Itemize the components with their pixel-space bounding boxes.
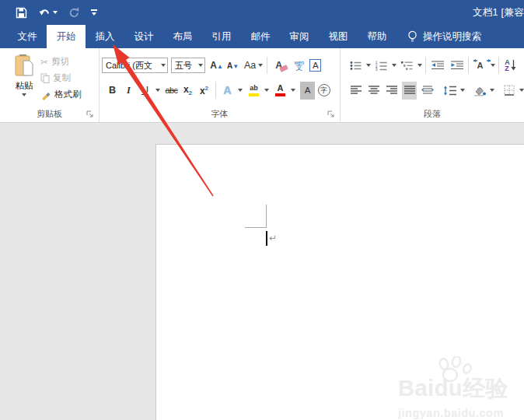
distribute-button[interactable] <box>420 82 435 100</box>
shrink-font-button[interactable]: A▼ <box>225 57 240 75</box>
save-button[interactable] <box>16 4 27 21</box>
increase-indent-button[interactable] <box>449 57 464 75</box>
distribute-icon <box>421 86 434 95</box>
grow-font-button[interactable]: A▲ <box>209 57 224 75</box>
paragraph-group-caption: 段落 <box>341 108 524 120</box>
line-spacing-icon <box>443 86 456 96</box>
enclose-characters-button[interactable]: 字 <box>316 82 331 100</box>
shading-arrow[interactable] <box>490 89 494 92</box>
paragraph-mark: ↵ <box>269 233 277 243</box>
tell-me-search[interactable]: 操作说明搜索 <box>407 25 481 48</box>
bold-button[interactable]: B <box>105 82 120 100</box>
multilevel-list-icon <box>401 61 413 71</box>
align-right-icon <box>386 86 397 95</box>
multilevel-list-button[interactable] <box>400 57 414 75</box>
cut-button: ✂ 剪切 <box>40 54 82 70</box>
scissors-icon: ✂ <box>40 57 48 68</box>
superscript-button[interactable]: x2 <box>197 82 211 100</box>
tab-home[interactable]: 开始 <box>47 25 86 48</box>
asian-layout-arrows-icon <box>473 58 491 64</box>
borders-button[interactable] <box>501 82 516 100</box>
quick-access-toolbar <box>0 4 97 21</box>
highlight-color-button[interactable]: ab <box>246 82 261 100</box>
ribbon: 粘贴 ✂ 剪切 复制 格式刷 剪贴板 <box>0 48 524 123</box>
text-effects-arrow[interactable] <box>238 89 243 92</box>
shading-button[interactable] <box>472 82 487 100</box>
copy-label: 复制 <box>53 72 71 84</box>
borders-arrow[interactable] <box>519 89 524 92</box>
format-painter-button[interactable]: 格式刷 <box>40 86 82 103</box>
change-case-button[interactable]: Aa <box>244 57 263 75</box>
tab-help[interactable]: 帮助 <box>358 25 396 48</box>
align-center-icon <box>369 86 379 95</box>
text-cursor <box>266 231 267 246</box>
underline-arrow[interactable] <box>155 89 160 92</box>
paste-button[interactable]: 粘贴 <box>8 54 40 96</box>
italic-button[interactable]: I <box>121 82 136 100</box>
clear-formatting-button[interactable]: A <box>271 57 286 75</box>
tab-view[interactable]: 视图 <box>319 25 358 48</box>
numbering-icon: 123 <box>376 61 387 71</box>
asian-layout-button[interactable]: A <box>473 57 487 75</box>
font-color-button[interactable]: A <box>273 82 288 100</box>
bullets-icon <box>350 61 362 71</box>
tab-layout[interactable]: 布局 <box>163 25 202 48</box>
numbering-button[interactable]: 123 <box>374 57 389 75</box>
font-color-bar <box>275 93 285 96</box>
font-name-arrow <box>161 64 166 67</box>
font-color-arrow[interactable] <box>291 89 295 92</box>
undo-dropdown-arrow[interactable] <box>53 11 58 14</box>
line-spacing-arrow[interactable] <box>460 89 465 92</box>
bullets-button[interactable] <box>348 57 363 75</box>
text-effects-button[interactable]: A <box>220 82 235 100</box>
undo-button[interactable] <box>38 4 58 21</box>
multilevel-list-arrow[interactable] <box>417 64 422 67</box>
justify-button[interactable] <box>402 82 417 100</box>
tab-references[interactable]: 引用 <box>202 25 241 48</box>
ribbon-tab-row: 文件 开始 插入 设计 布局 引用 邮件 审阅 视图 帮助 操作说明搜索 <box>0 25 524 48</box>
format-painter-label: 格式刷 <box>54 89 82 100</box>
line-spacing-button[interactable] <box>442 82 457 100</box>
numbering-arrow[interactable] <box>392 64 396 67</box>
clipboard-group: 粘贴 ✂ 剪切 复制 格式刷 剪贴板 <box>0 48 100 122</box>
tab-design[interactable]: 设计 <box>124 25 163 48</box>
highlight-color-arrow[interactable] <box>264 89 269 92</box>
font-name-combo[interactable]: Calibri (西文 <box>102 58 168 73</box>
align-left-icon <box>351 86 362 95</box>
font-group-caption: 字体 <box>100 108 340 120</box>
margin-crop-mark-vertical <box>266 205 267 228</box>
asian-layout-arrow[interactable] <box>491 64 495 67</box>
character-shading-button[interactable]: A <box>300 82 315 100</box>
tab-review[interactable]: 审阅 <box>280 25 319 48</box>
customize-qat-button[interactable] <box>91 9 97 16</box>
align-right-button[interactable] <box>384 82 399 100</box>
font-dialog-launcher-icon[interactable] <box>327 110 335 118</box>
align-center-button[interactable] <box>366 82 381 100</box>
copy-button: 复制 <box>40 70 82 86</box>
font-size-combo[interactable]: 五号 <box>171 58 205 73</box>
tab-file[interactable]: 文件 <box>8 25 47 48</box>
highlight-color-bar <box>249 93 259 96</box>
paste-dropdown-arrow[interactable] <box>22 93 26 96</box>
subscript-button[interactable]: x2 <box>180 82 195 100</box>
bullets-arrow[interactable] <box>366 64 371 67</box>
underline-button[interactable]: U <box>138 82 152 100</box>
character-border-button[interactable]: A <box>308 57 323 75</box>
redo-icon <box>68 7 80 19</box>
sort-button[interactable]: AZ <box>503 57 518 75</box>
font-name-value: Calibri (西文 <box>106 60 159 72</box>
tell-me-label: 操作说明搜索 <box>423 30 481 44</box>
customize-qat-arrow <box>92 12 96 16</box>
watermark-url: jingyan.baidu.com <box>398 407 508 419</box>
tab-insert[interactable]: 插入 <box>86 25 124 48</box>
paste-label: 粘贴 <box>8 80 40 92</box>
paragraph-group: 123 <box>341 48 524 122</box>
increase-indent-icon <box>451 61 463 70</box>
tab-mailings[interactable]: 邮件 <box>241 25 280 48</box>
decrease-indent-button[interactable] <box>430 57 445 75</box>
redo-button <box>68 4 80 21</box>
strikethrough-button[interactable]: abc <box>164 82 179 100</box>
clipboard-dialog-launcher-icon[interactable] <box>86 110 94 118</box>
phonetic-guide-button[interactable]: wén文 <box>292 57 306 75</box>
align-left-button[interactable] <box>348 82 363 100</box>
